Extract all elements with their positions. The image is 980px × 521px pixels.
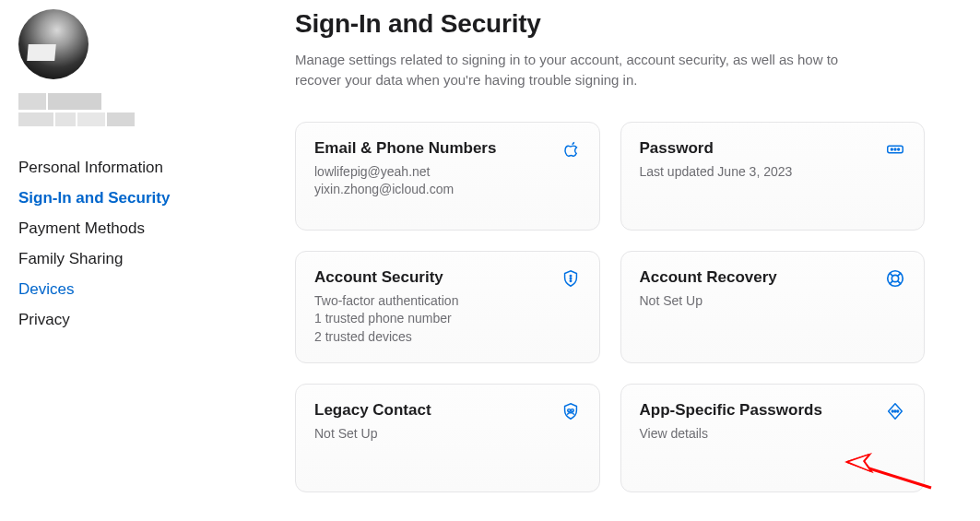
sidebar-item-devices[interactable]: Devices [18, 274, 240, 304]
lifebuoy-icon [885, 268, 905, 289]
card-account-security[interactable]: Account Security Two-factor authenticati… [295, 251, 600, 364]
card-legacy-contact[interactable]: Legacy Contact Not Set Up [295, 384, 600, 492]
sidebar-item-payment-methods[interactable]: Payment Methods [18, 213, 240, 243]
svg-point-15 [891, 410, 893, 412]
sidebar-item-family-sharing[interactable]: Family Sharing [18, 243, 240, 274]
card-email-phone[interactable]: Email & Phone Numbers lowlifepig@yeah.ne… [295, 122, 600, 231]
svg-point-2 [894, 148, 896, 150]
card-sub-line: lowlifepig@yeah.net [314, 163, 496, 182]
svg-point-16 [894, 410, 896, 412]
shield-dots-icon [561, 268, 581, 289]
card-title: Email & Phone Numbers [314, 139, 496, 158]
page-title: Sign-In and Security [295, 9, 925, 39]
svg-point-14 [571, 409, 573, 412]
svg-line-11 [890, 280, 892, 283]
card-sub-line: 2 trusted devices [314, 328, 458, 347]
card-account-recovery[interactable]: Account Recovery Not Set Up [620, 251, 926, 364]
card-title: Password [640, 139, 793, 158]
card-grid: Email & Phone Numbers lowlifepig@yeah.ne… [295, 122, 925, 493]
card-password[interactable]: Password Last updated June 3, 2023 [620, 122, 926, 231]
svg-point-13 [567, 409, 570, 412]
diamond-dots-icon [885, 401, 905, 421]
card-title: Legacy Contact [314, 401, 431, 420]
main-content: Sign-In and Security Manage settings rel… [258, 0, 980, 521]
shield-people-icon [561, 401, 581, 421]
sidebar-nav: Personal Information Sign-In and Securit… [18, 152, 240, 335]
svg-line-10 [898, 280, 901, 283]
card-sub-line: 1 trusted phone number [314, 310, 458, 328]
card-app-specific-passwords[interactable]: App-Specific Passwords View details [620, 384, 926, 492]
sidebar-item-sign-in-security[interactable]: Sign-In and Security [18, 183, 240, 213]
card-title: Account Security [314, 268, 458, 287]
card-title: Account Recovery [640, 268, 777, 287]
svg-point-8 [891, 275, 898, 281]
svg-point-6 [570, 280, 571, 281]
card-title: App-Specific Passwords [640, 401, 822, 420]
svg-point-1 [891, 148, 892, 150]
card-sub-line: Not Set Up [640, 292, 777, 311]
card-sub-line: Two-factor authentication [314, 292, 458, 311]
password-dots-icon [885, 139, 905, 160]
sidebar: Personal Information Sign-In and Securit… [0, 0, 258, 521]
svg-point-17 [897, 410, 899, 412]
card-sub-line: Not Set Up [314, 425, 431, 444]
svg-line-9 [890, 273, 892, 276]
apple-icon [561, 139, 581, 160]
avatar[interactable] [18, 9, 89, 79]
svg-point-5 [570, 278, 571, 278]
svg-point-3 [898, 148, 900, 150]
user-name-redacted [18, 93, 240, 126]
svg-line-12 [898, 273, 901, 276]
sidebar-item-personal-information[interactable]: Personal Information [18, 152, 240, 183]
sidebar-item-privacy[interactable]: Privacy [18, 304, 240, 335]
svg-point-4 [570, 275, 571, 276]
page-description: Manage settings related to signing in to… [295, 50, 857, 90]
card-sub-line: View details [640, 425, 822, 444]
card-sub-line: Last updated June 3, 2023 [640, 163, 793, 182]
card-sub-line: yixin.zhong@icloud.com [314, 181, 496, 199]
